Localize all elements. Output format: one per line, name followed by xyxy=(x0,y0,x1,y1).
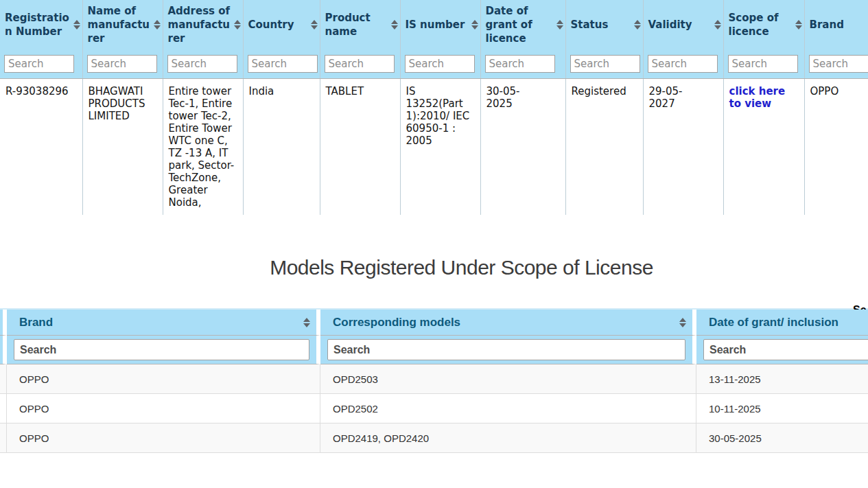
search-input-is-number[interactable] xyxy=(405,55,475,73)
registration-header-row: Registration Number Name of manufacturer… xyxy=(0,0,868,49)
cell-country: India xyxy=(243,78,320,215)
sort-icon[interactable] xyxy=(471,20,478,30)
col-label: Corresponding models xyxy=(333,316,460,329)
clipped-cell-stub xyxy=(0,394,7,423)
col-label: Brand xyxy=(810,19,844,31)
cell-brand: OPPO xyxy=(7,423,320,453)
search-input-brand[interactable] xyxy=(809,55,868,73)
sort-icon[interactable] xyxy=(154,20,161,30)
col-header-name-of-manufacturer[interactable]: Name of manufacturer xyxy=(82,0,163,49)
search-input-country[interactable] xyxy=(248,55,318,73)
cell-brand: OPPO xyxy=(7,364,320,394)
col-label: Status xyxy=(571,19,609,31)
col-header-country[interactable]: Country xyxy=(243,0,320,49)
model-row: OPPO OPD2419, OPD2420 30-05-2025 xyxy=(0,423,868,453)
col-header-brand[interactable]: Brand xyxy=(804,0,868,49)
search-input-name-of-manufacturer[interactable] xyxy=(87,55,157,73)
cell-is-number: IS 13252(Part 1):2010/ IEC 60950-1 : 200… xyxy=(400,78,480,215)
model-row: OPPO OPD2503 13-11-2025 xyxy=(0,364,868,394)
col-label: Validity xyxy=(648,19,692,31)
sort-icon[interactable] xyxy=(556,20,563,30)
sort-icon[interactable] xyxy=(679,318,686,327)
models-section: Models Registered Under Scope of License… xyxy=(0,256,868,453)
clipped-cell-stub xyxy=(0,364,7,394)
col-header-scope-of-licence[interactable]: Scope of licence xyxy=(723,0,804,49)
col-label: Brand xyxy=(19,316,53,329)
search-input-registration-number[interactable] xyxy=(4,55,74,73)
cell-validity: 29-05-2027 xyxy=(643,78,723,215)
models-search-row xyxy=(0,336,868,364)
cell-status: Registered xyxy=(565,78,643,215)
cell-models: OPD2502 xyxy=(320,394,696,423)
search-input-scope-of-licence[interactable] xyxy=(728,55,798,73)
sort-icon[interactable] xyxy=(303,318,310,327)
sort-icon[interactable] xyxy=(795,20,802,30)
col-label: Date of grant of licence xyxy=(486,5,532,45)
cell-date-of-grant: 30-05-2025 xyxy=(480,78,565,215)
cell-date: 30-05-2025 xyxy=(696,423,868,453)
search-input-date-of-grant-inclusion[interactable] xyxy=(703,339,868,360)
col-label: Country xyxy=(248,19,294,31)
cell-brand: OPPO xyxy=(7,394,320,423)
col-label: Name of manufacturer xyxy=(88,5,150,45)
col-label: Date of grant/ inclusion xyxy=(709,316,838,329)
col-header-date-of-grant[interactable]: Date of grant of licence xyxy=(480,0,565,49)
search-input-brand[interactable] xyxy=(14,339,309,360)
cell-brand: OPPO xyxy=(804,78,868,215)
registration-table: Registration Number Name of manufacturer… xyxy=(0,0,868,215)
registration-search-row xyxy=(0,49,868,78)
cell-scope-of-licence: click here to view xyxy=(723,78,804,215)
col-label: Scope of licence xyxy=(729,12,779,38)
sort-icon[interactable] xyxy=(73,20,80,30)
cell-models: OPD2419, OPD2420 xyxy=(320,423,696,453)
col-header-product-name[interactable]: Product name xyxy=(320,0,400,49)
cell-product-name: TABLET xyxy=(320,78,400,215)
sort-icon[interactable] xyxy=(714,20,721,30)
models-header-row: Brand Corresponding models Date of grant… xyxy=(0,310,868,336)
col-label: Product name xyxy=(325,12,371,38)
models-table-container: Brand Corresponding models Date of grant… xyxy=(0,308,868,453)
col-label: Registration Number xyxy=(5,12,69,38)
search-input-address-of-manufacturer[interactable] xyxy=(167,55,237,73)
clipped-column-stub xyxy=(0,336,7,364)
col-header-brand[interactable]: Brand xyxy=(7,310,320,336)
col-header-corresponding-models[interactable]: Corresponding models xyxy=(320,310,696,336)
search-input-date-of-grant[interactable] xyxy=(485,55,555,73)
clipped-column-stub xyxy=(0,310,7,336)
col-header-registration-number[interactable]: Registration Number xyxy=(0,0,82,49)
sort-icon[interactable] xyxy=(391,20,398,30)
cell-date: 13-11-2025 xyxy=(696,364,868,394)
col-header-validity[interactable]: Validity xyxy=(643,0,723,49)
clipped-cell-stub xyxy=(0,423,7,453)
search-input-product-name[interactable] xyxy=(325,55,395,73)
section-title: Models Registered Under Scope of License xyxy=(0,256,868,279)
search-input-corresponding-models[interactable] xyxy=(327,339,685,360)
col-label: IS number xyxy=(406,19,465,31)
col-header-address-of-manufacturer[interactable]: Address of manufacturer xyxy=(163,0,243,49)
model-row: OPPO OPD2502 10-11-2025 xyxy=(0,394,868,423)
registration-row: R-93038296 BHAGWATI PRODUCTS LIMITED Ent… xyxy=(0,78,868,215)
sort-icon[interactable] xyxy=(234,20,241,30)
cell-date: 10-11-2025 xyxy=(696,394,868,423)
col-header-date-of-grant-inclusion[interactable]: Date of grant/ inclusion xyxy=(696,310,868,336)
sort-icon[interactable] xyxy=(634,20,641,30)
col-header-is-number[interactable]: IS number xyxy=(400,0,480,49)
search-input-validity[interactable] xyxy=(648,55,718,73)
col-label: Address of manufacturer xyxy=(168,5,231,45)
search-input-status[interactable] xyxy=(570,55,640,73)
col-header-status[interactable]: Status xyxy=(565,0,643,49)
registration-table-container: Registration Number Name of manufacturer… xyxy=(0,0,868,242)
cell-address: Entire tower Tec-1, Entire tower Tec-2, … xyxy=(163,78,243,215)
scope-of-licence-link[interactable]: click here to view xyxy=(729,85,788,110)
cell-manufacturer: BHAGWATI PRODUCTS LIMITED xyxy=(82,78,163,215)
cell-models: OPD2503 xyxy=(320,364,696,394)
sort-icon[interactable] xyxy=(311,20,318,30)
models-table: Brand Corresponding models Date of grant… xyxy=(0,310,868,453)
cell-registration-number: R-93038296 xyxy=(0,78,82,215)
